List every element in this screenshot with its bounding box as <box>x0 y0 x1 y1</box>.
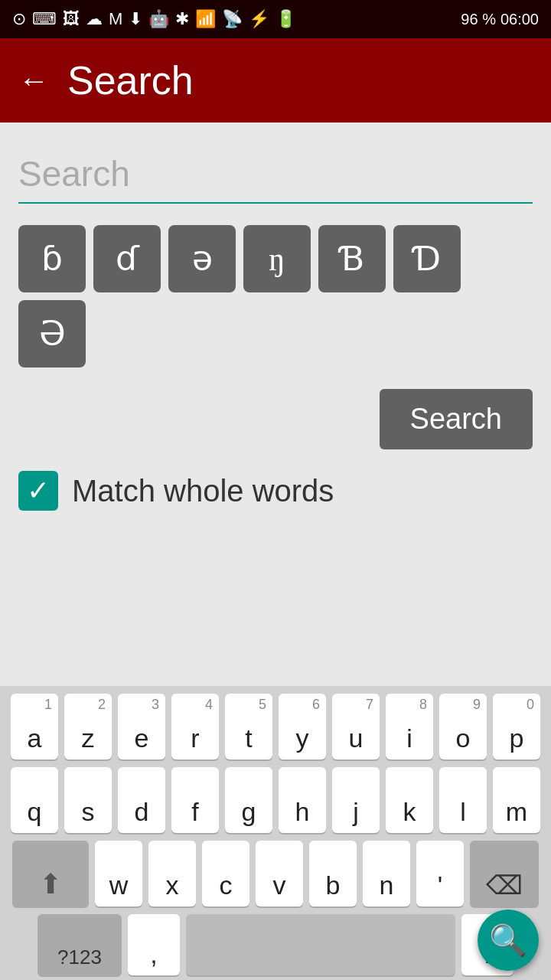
back-button[interactable]: ← <box>18 64 49 98</box>
delete-key[interactable]: ⌫ <box>470 841 539 906</box>
key-apostrophe[interactable]: ' <box>416 841 464 906</box>
ipa-buttons-row: ɓ ɗ ə ŋ Ɓ Ɗ Ə <box>18 225 533 368</box>
bluetooth-icon: ✱ <box>175 9 189 29</box>
battery-icon: 🔋 <box>276 9 296 29</box>
comma-key[interactable]: , <box>128 914 180 975</box>
android-icon: 🤖 <box>148 9 169 29</box>
match-whole-words-label: Match whole words <box>72 474 334 508</box>
match-whole-words-row: ✓ Match whole words <box>18 471 533 511</box>
key-q[interactable]: q <box>11 767 58 833</box>
key-c[interactable]: c <box>202 841 249 906</box>
checkmark-icon: ✓ <box>27 475 50 507</box>
match-whole-words-checkbox[interactable]: ✓ <box>18 471 58 511</box>
shift-icon: ⬆ <box>39 868 62 900</box>
search-input[interactable] <box>18 145 533 202</box>
key-i[interactable]: 8i <box>386 694 433 760</box>
main-content: ɓ ɗ ə ŋ Ɓ Ɗ Ə Search ✓ Match whole words <box>0 122 551 511</box>
key-b[interactable]: b <box>309 841 357 906</box>
key-l[interactable]: l <box>439 767 487 833</box>
search-fab[interactable]: 🔍 <box>478 910 539 971</box>
mail-icon: M <box>109 9 122 29</box>
key-g[interactable]: g <box>225 767 272 833</box>
ipa-btn-5[interactable]: Ɗ <box>393 225 461 292</box>
keyboard-row-1: 1a 2z 3e 4r 5t 6y 7u 8i 9o 0p <box>0 694 551 760</box>
keyboard: 1a 2z 3e 4r 5t 6y 7u 8i 9o 0p q s d f g … <box>0 686 551 980</box>
search-btn-container: Search <box>18 389 533 449</box>
keyboard-icon: ⌨ <box>32 9 57 29</box>
key-s[interactable]: s <box>64 767 112 833</box>
wifi-icon: 📶 <box>195 9 216 29</box>
page-title: Search <box>67 57 194 103</box>
key-n[interactable]: n <box>363 841 410 906</box>
battery-percent: 96 % <box>461 11 496 28</box>
status-icons-left: ⊙ ⌨ 🖼 ☁ M ⬇ 🤖 ✱ 📶 📡 ⚡ 🔋 <box>12 9 296 29</box>
key-z[interactable]: 2z <box>64 694 112 760</box>
keyboard-row-3: ⬆ w x c v b n ' ⌫ <box>0 841 551 906</box>
ipa-btn-4[interactable]: Ɓ <box>318 225 386 292</box>
search-input-container[interactable] <box>18 145 533 204</box>
key-e[interactable]: 3e <box>118 694 165 760</box>
key-o[interactable]: 9o <box>439 694 487 760</box>
charging-icon: ⚡ <box>249 9 269 29</box>
ipa-btn-3[interactable]: ŋ <box>243 225 311 292</box>
key-h[interactable]: h <box>279 767 326 833</box>
key-f[interactable]: f <box>171 767 219 833</box>
ipa-btn-6[interactable]: Ə <box>18 300 86 368</box>
key-j[interactable]: j <box>332 767 380 833</box>
keyboard-bottom-row: ?123 , . <box>0 914 551 975</box>
key-a[interactable]: 1a <box>11 694 58 760</box>
key-w[interactable]: w <box>95 841 142 906</box>
shift-key[interactable]: ⬆ <box>12 841 89 906</box>
keyboard-row-2: q s d f g h j k l m <box>0 767 551 833</box>
key-m[interactable]: m <box>493 767 540 833</box>
time: 06:00 <box>500 11 539 28</box>
key-t[interactable]: 5t <box>225 694 272 760</box>
key-p[interactable]: 0p <box>493 694 540 760</box>
key-k[interactable]: k <box>386 767 433 833</box>
image-icon: 🖼 <box>63 9 80 29</box>
ipa-btn-1[interactable]: ɗ <box>93 225 161 292</box>
app-icon: ⊙ <box>12 9 26 29</box>
search-button[interactable]: Search <box>380 389 533 449</box>
search-fab-icon: 🔍 <box>489 923 527 959</box>
numbers-key[interactable]: ?123 <box>37 914 122 975</box>
ipa-btn-2[interactable]: ə <box>168 225 236 292</box>
status-info-right: 96 % 06:00 <box>461 11 539 28</box>
key-u[interactable]: 7u <box>332 694 380 760</box>
status-bar: ⊙ ⌨ 🖼 ☁ M ⬇ 🤖 ✱ 📶 📡 ⚡ 🔋 96 % 06:00 <box>0 0 551 38</box>
app-bar: ← Search <box>0 38 551 122</box>
key-r[interactable]: 4r <box>171 694 219 760</box>
space-key[interactable] <box>186 914 455 975</box>
delete-icon: ⌫ <box>486 870 523 900</box>
cloud-icon: ☁ <box>86 9 103 29</box>
key-x[interactable]: x <box>148 841 196 906</box>
signal-icon: 📡 <box>222 9 243 29</box>
key-v[interactable]: v <box>256 841 303 906</box>
ipa-btn-0[interactable]: ɓ <box>18 225 86 292</box>
download-icon: ⬇ <box>129 9 142 29</box>
key-y[interactable]: 6y <box>279 694 326 760</box>
key-d[interactable]: d <box>118 767 165 833</box>
